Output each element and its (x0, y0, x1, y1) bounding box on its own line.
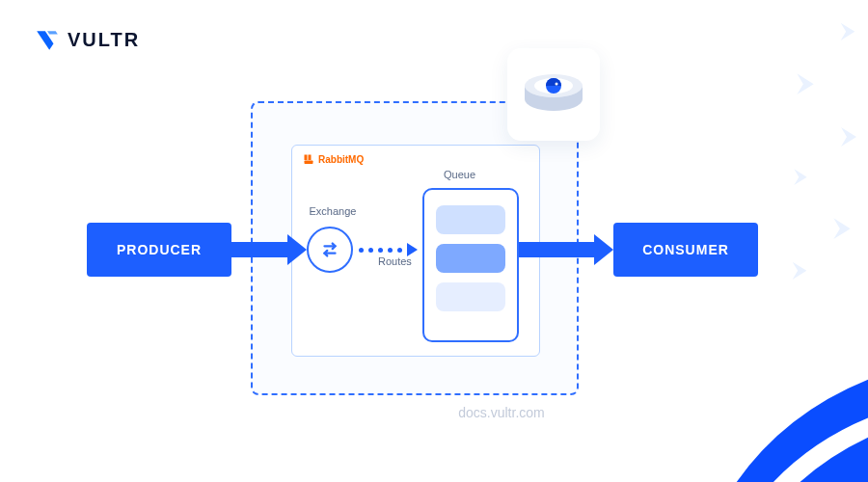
svg-rect-5 (309, 155, 312, 161)
rabbitmq-name: RabbitMQ (318, 154, 364, 165)
svg-rect-6 (305, 161, 313, 165)
arrow-producer-to-exchange (231, 234, 307, 265)
vultr-logo: VULTR (35, 27, 140, 52)
routes-label: Routes (378, 255, 412, 267)
bg-chevron-icon (837, 19, 858, 40)
queue-message-2 (436, 244, 505, 273)
queue-label: Queue (444, 169, 475, 180)
exchange-arrows-icon (319, 239, 340, 260)
rabbitmq-label: RabbitMQ (303, 153, 364, 165)
exchange-node (307, 227, 353, 273)
rabbitmq-disc-icon (507, 48, 600, 141)
consumer-label: CONSUMER (642, 242, 729, 257)
rabbitmq-logo-icon (303, 153, 314, 165)
arrow-queue-to-consumer (519, 234, 613, 265)
vultr-wordmark: VULTR (68, 29, 140, 51)
consumer-node: CONSUMER (613, 223, 758, 277)
svg-rect-4 (305, 155, 308, 161)
exchange-label: Exchange (309, 205, 357, 217)
producer-label: PRODUCER (117, 242, 202, 257)
queue-message-3 (436, 282, 505, 311)
svg-point-3 (556, 83, 558, 86)
queue-node (422, 188, 519, 342)
diagram-canvas: RabbitMQ PRODUCER Exchange Routes Queue (0, 92, 868, 410)
arrow-exchange-to-queue-dotted (359, 243, 418, 256)
producer-node: PRODUCER (87, 223, 231, 277)
footer-url: docs.vultr.com (424, 405, 579, 420)
queue-message-1 (436, 205, 505, 234)
vultr-chevron-icon (35, 27, 60, 52)
